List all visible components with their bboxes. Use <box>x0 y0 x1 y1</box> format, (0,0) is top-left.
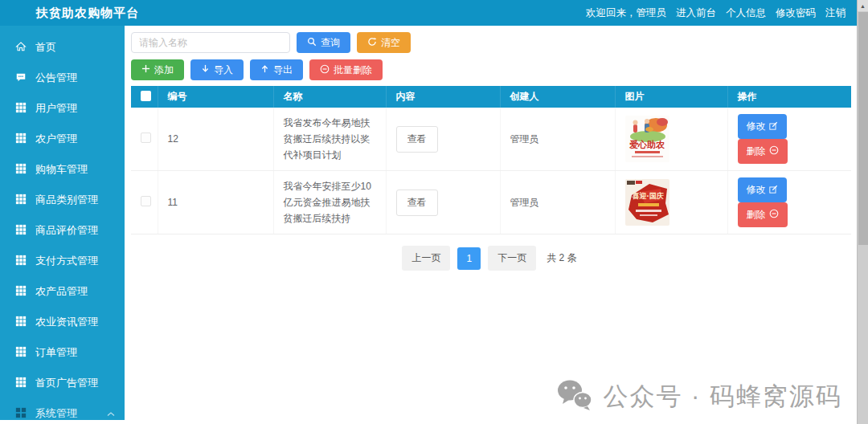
row-id: 11 <box>158 171 273 234</box>
sidebar-item-agricultural-news[interactable]: 农业资讯管理 <box>0 307 125 337</box>
grid-icon <box>15 255 27 268</box>
grid-icon <box>15 285 27 299</box>
sidebar-item-product-categories[interactable]: 商品类别管理 <box>0 185 125 215</box>
clear-button-label: 清空 <box>381 36 400 50</box>
column-header-actions: 操作 <box>727 86 851 108</box>
export-button[interactable]: 导出 <box>250 59 303 80</box>
pagination: 上一页 1 下一页 共 2 条 <box>131 246 851 271</box>
sidebar: 首页 公告管理 用户管理 农户管理 购物车管理 商品类别管理 商品评价管理 支 <box>0 26 125 420</box>
row-checkbox[interactable] <box>141 196 151 206</box>
svg-text:爱心助农: 爱心助农 <box>629 140 665 150</box>
column-header-content: 内容 <box>386 86 500 108</box>
sidebar-item-payment-methods[interactable]: 支付方式管理 <box>0 246 125 276</box>
table-row: 11 我省今年安排至少10亿元资金推进易地扶贫搬迁后续扶持 查看 管理员 <box>131 171 851 234</box>
view-button[interactable]: 查看 <box>396 190 438 216</box>
app-title: 扶贫助农购物平台 <box>36 6 139 21</box>
view-button[interactable]: 查看 <box>396 126 438 153</box>
column-header-name: 名称 <box>273 86 386 108</box>
sidebar-item-product-reviews[interactable]: 商品评价管理 <box>0 215 125 246</box>
minus-circle-icon <box>320 64 330 76</box>
sidebar-item-agricultural-products[interactable]: 农产品管理 <box>0 276 125 307</box>
row-id: 12 <box>158 108 273 171</box>
topbar-links: 欢迎回来，管理员 进入前台 个人信息 修改密码 注销 <box>586 6 845 20</box>
next-page-button[interactable]: 下一页 <box>488 246 536 271</box>
minus-circle-icon <box>769 145 779 157</box>
search-toolbar: 查询 清空 <box>131 32 850 53</box>
edit-button-label: 修改 <box>747 120 766 133</box>
sidebar-item-farmers[interactable]: 农户管理 <box>0 124 125 154</box>
logout-link[interactable]: 注销 <box>825 6 845 20</box>
select-all-checkbox[interactable] <box>141 91 151 101</box>
comment-icon <box>15 71 27 85</box>
sidebar-item-label: 订单管理 <box>35 345 115 360</box>
svg-text:喜迎·国庆: 喜迎·国庆 <box>632 192 663 200</box>
import-button-label: 导入 <box>214 63 233 77</box>
delete-button[interactable]: 删除 <box>738 139 788 164</box>
sidebar-item-label: 首页 <box>35 40 115 55</box>
profile-link[interactable]: 个人信息 <box>726 6 766 20</box>
sidebar-item-cart[interactable]: 购物车管理 <box>0 154 125 185</box>
grid-icon <box>15 346 27 360</box>
vertical-scrollbar[interactable]: ▲ <box>857 0 868 424</box>
sidebar-item-users[interactable]: 用户管理 <box>0 93 125 124</box>
action-toolbar: 添加 导入 导出 批量删除 <box>131 59 850 80</box>
sidebar-item-label: 农户管理 <box>35 132 115 146</box>
clear-button[interactable]: 清空 <box>357 32 411 53</box>
grid-icon <box>15 163 27 177</box>
grid-icon <box>15 316 27 329</box>
grid-icon <box>15 132 27 146</box>
search-input[interactable] <box>131 32 290 53</box>
change-password-link[interactable]: 修改密码 <box>776 6 816 20</box>
announcements-table: 编号 名称 内容 创建人 图片 操作 12 我省发布今年易地扶贫搬迁后续扶持以奖… <box>131 86 851 234</box>
row-creator: 管理员 <box>500 171 615 234</box>
sidebar-item-label: 农产品管理 <box>35 284 115 299</box>
batch-delete-button[interactable]: 批量删除 <box>309 59 383 80</box>
sidebar-item-orders[interactable]: 订单管理 <box>0 337 125 368</box>
edit-icon <box>769 185 778 196</box>
batch-delete-button-label: 批量删除 <box>334 63 372 77</box>
edit-button[interactable]: 修改 <box>738 177 787 202</box>
minus-circle-icon <box>769 209 779 221</box>
grid-icon <box>15 102 27 116</box>
row-name: 我省今年安排至少10亿元资金推进易地扶贫搬迁后续扶持 <box>273 171 386 234</box>
add-button[interactable]: 添加 <box>131 59 184 80</box>
sidebar-item-label: 商品类别管理 <box>35 193 115 207</box>
sidebar-item-label: 购物车管理 <box>35 162 115 177</box>
sidebar-item-home-ads[interactable]: 首页广告管理 <box>0 368 125 398</box>
add-button-label: 添加 <box>154 63 174 77</box>
arrow-down-icon <box>201 64 210 75</box>
welcome-user-link[interactable]: 欢迎回来，管理员 <box>586 6 666 20</box>
sidebar-item-label: 用户管理 <box>35 101 115 116</box>
sidebar-item-home[interactable]: 首页 <box>0 32 125 63</box>
delete-button[interactable]: 删除 <box>738 202 788 227</box>
goto-frontend-link[interactable]: 进入前台 <box>676 6 716 20</box>
refresh-icon <box>367 37 377 49</box>
sidebar-item-system[interactable]: 系统管理 <box>0 398 125 424</box>
prev-page-button[interactable]: 上一页 <box>402 246 450 271</box>
row-name: 我省发布今年易地扶贫搬迁后续扶持以奖代补项目计划 <box>273 108 386 171</box>
export-button-label: 导出 <box>273 63 293 77</box>
search-icon <box>307 37 317 49</box>
query-button[interactable]: 查询 <box>297 32 350 53</box>
main-content: 查询 清空 添加 导入 导出 批量删除 <box>125 26 857 424</box>
th-large-icon <box>15 407 27 421</box>
edit-button[interactable]: 修改 <box>738 114 787 139</box>
announcement-thumbnail: 爱心助农 <box>625 116 669 162</box>
current-page-button[interactable]: 1 <box>457 247 481 270</box>
home-icon <box>15 41 27 55</box>
edit-button-label: 修改 <box>747 183 766 197</box>
import-button[interactable]: 导入 <box>190 59 244 80</box>
sidebar-item-label: 农业资讯管理 <box>35 315 115 329</box>
sidebar-item-label: 商品评价管理 <box>35 223 115 238</box>
edit-icon <box>769 121 778 132</box>
table-row: 12 我省发布今年易地扶贫搬迁后续扶持以奖代补项目计划 查看 管理员 <box>131 108 851 171</box>
row-checkbox[interactable] <box>141 132 151 143</box>
sidebar-item-announcements[interactable]: 公告管理 <box>0 63 125 93</box>
chevron-up-icon <box>107 408 115 420</box>
sidebar-item-label: 系统管理 <box>35 406 98 421</box>
scrollbar-up-arrow[interactable]: ▲ <box>858 0 868 11</box>
delete-button-label: 删除 <box>747 208 766 222</box>
table-header-row: 编号 名称 内容 创建人 图片 操作 <box>131 86 851 108</box>
query-button-label: 查询 <box>321 36 340 50</box>
scrollbar-thumb[interactable] <box>858 12 868 245</box>
